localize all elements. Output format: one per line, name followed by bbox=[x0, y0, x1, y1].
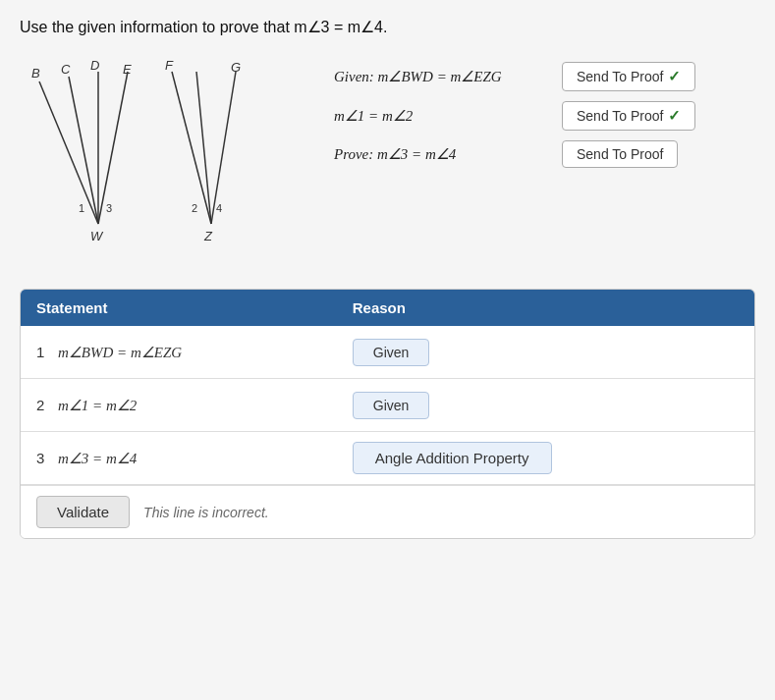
svg-line-6 bbox=[211, 72, 236, 224]
validate-button[interactable]: Validate bbox=[36, 496, 130, 528]
svg-text:E: E bbox=[123, 62, 132, 77]
svg-text:D: D bbox=[90, 58, 99, 73]
row-num-3: 3 bbox=[36, 450, 58, 466]
page-container: Use the given information to prove that … bbox=[0, 0, 775, 700]
send-to-proof-label-1: Send To Proof bbox=[577, 69, 663, 84]
geometry-diagram: B C D E F G W Z 1 3 2 4 bbox=[20, 52, 275, 268]
reason-btn-2[interactable]: Given bbox=[353, 392, 430, 419]
svg-line-5 bbox=[196, 72, 211, 224]
send-to-proof-btn-1[interactable]: Send To Proof ✓ bbox=[562, 62, 695, 91]
svg-text:3: 3 bbox=[106, 202, 112, 214]
bottom-bar: Validate This line is incorrect. bbox=[21, 485, 754, 538]
svg-text:G: G bbox=[231, 60, 241, 75]
given-row-1: Given: m∠BWD = m∠EZG Send To Proof ✓ bbox=[334, 62, 755, 91]
send-to-proof-label-2: Send To Proof bbox=[577, 108, 663, 124]
given-text-2: m∠1 = m∠2 bbox=[334, 107, 550, 125]
svg-text:Z: Z bbox=[203, 229, 213, 243]
incorrect-message: This line is incorrect. bbox=[143, 505, 269, 520]
prove-text: Prove: m∠3 = m∠4 bbox=[334, 145, 550, 163]
header-statement: Statement bbox=[36, 299, 353, 316]
send-to-proof-btn-2[interactable]: Send To Proof ✓ bbox=[562, 101, 695, 131]
header-reason: Reason bbox=[353, 299, 739, 316]
svg-text:W: W bbox=[90, 229, 104, 243]
proof-row-3: 3 m∠3 = m∠4 Angle Addition Property bbox=[21, 432, 754, 485]
svg-text:B: B bbox=[31, 66, 40, 81]
svg-text:F: F bbox=[165, 58, 174, 73]
proof-row-1: 1 m∠BWD = m∠EZG Given bbox=[21, 326, 754, 379]
row-statement-2: m∠1 = m∠2 bbox=[58, 397, 353, 414]
proof-table: Statement Reason 1 m∠BWD = m∠EZG Given 2… bbox=[20, 289, 755, 539]
given-text-1: Given: m∠BWD = m∠EZG bbox=[334, 68, 550, 85]
checkmark-2: ✓ bbox=[668, 107, 681, 125]
reason-btn-1[interactable]: Given bbox=[353, 339, 430, 366]
svg-line-3 bbox=[98, 72, 128, 224]
given-row-2: m∠1 = m∠2 Send To Proof ✓ bbox=[334, 101, 755, 131]
svg-text:4: 4 bbox=[216, 202, 222, 214]
send-to-proof-btn-3[interactable]: Send To Proof bbox=[562, 140, 678, 168]
svg-text:1: 1 bbox=[79, 202, 84, 214]
proof-row-2: 2 m∠1 = m∠2 Given bbox=[21, 379, 754, 432]
row-num-1: 1 bbox=[36, 344, 58, 360]
checkmark-1: ✓ bbox=[668, 68, 681, 85]
svg-text:C: C bbox=[61, 62, 71, 77]
svg-line-4 bbox=[172, 72, 211, 224]
svg-line-0 bbox=[39, 81, 98, 224]
svg-text:2: 2 bbox=[192, 202, 197, 214]
row-reason-1: Given bbox=[353, 339, 739, 366]
row-statement-3: m∠3 = m∠4 bbox=[58, 450, 353, 467]
info-area: Given: m∠BWD = m∠EZG Send To Proof ✓ m∠1… bbox=[334, 52, 755, 168]
row-reason-2: Given bbox=[353, 392, 739, 419]
intro-text: Use the given information to prove that … bbox=[20, 18, 755, 36]
send-to-proof-label-3: Send To Proof bbox=[577, 146, 663, 162]
row-reason-3: Angle Addition Property bbox=[353, 442, 739, 474]
diagram-area: B C D E F G W Z 1 3 2 4 bbox=[20, 52, 314, 271]
proof-header: Statement Reason bbox=[21, 290, 754, 326]
row-num-2: 2 bbox=[36, 397, 58, 413]
prove-row: Prove: m∠3 = m∠4 Send To Proof bbox=[334, 140, 755, 168]
top-section: B C D E F G W Z 1 3 2 4 bbox=[20, 52, 755, 271]
row-statement-1: m∠BWD = m∠EZG bbox=[58, 344, 353, 361]
reason-btn-3[interactable]: Angle Addition Property bbox=[353, 442, 552, 474]
